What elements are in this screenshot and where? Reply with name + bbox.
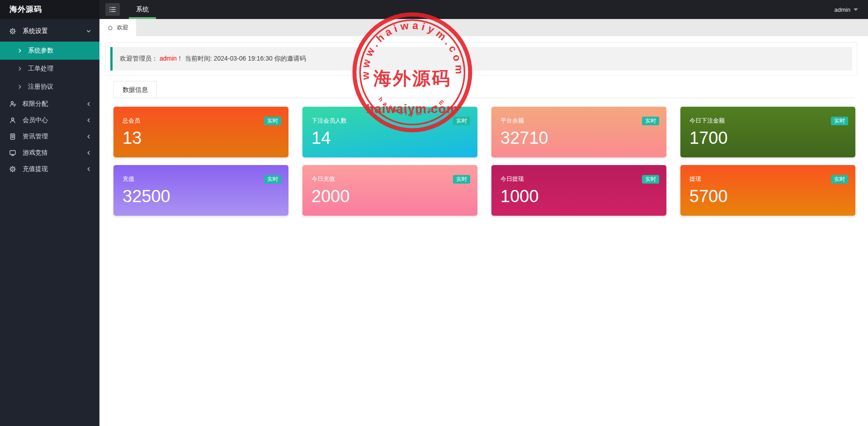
- stat-value: 1000: [500, 188, 657, 205]
- stat-label: 充值: [123, 175, 279, 183]
- content: 欢迎管理员： admin！ 当前时间: 2024-03-06 19:16:30 …: [99, 36, 868, 216]
- realtime-badge: 实时: [642, 175, 659, 184]
- welcome-suffix: ！ 当前时间: 2024-03-06 19:16:30 你的邀请码: [177, 55, 306, 62]
- chevron-left-icon: [86, 101, 91, 107]
- stat-label: 提现: [689, 175, 846, 183]
- top-nav-system[interactable]: 系统: [129, 0, 156, 19]
- stat-card-today-recharge: 今日充值 2000 实时: [302, 165, 477, 216]
- caret-down-icon: [854, 8, 858, 11]
- welcome-alert: 欢迎管理员： admin！ 当前时间: 2024-03-06 19:16:30 …: [110, 47, 852, 71]
- stat-label: 总会员: [123, 117, 279, 125]
- stat-card-withdraw: 提现 5700 实时: [680, 165, 855, 216]
- stat-label: 今日下注金额: [689, 117, 846, 125]
- chevron-left-icon: [86, 150, 91, 156]
- sidebar: 系统设置 系统参数 工单处理 注册协议 权限分配: [0, 19, 99, 426]
- sidebar-item-registration-agreement[interactable]: 注册协议: [0, 78, 99, 96]
- realtime-badge: 实时: [831, 117, 848, 125]
- monitor-icon: [9, 149, 16, 156]
- chevron-right-icon: [17, 66, 23, 71]
- sidebar-item-system-settings[interactable]: 系统设置: [0, 21, 99, 42]
- stat-card-total-members: 总会员 13 实时: [113, 107, 288, 157]
- chevron-left-icon: [86, 166, 91, 172]
- sidebar-item-label: 充值提现: [23, 165, 86, 173]
- stat-card-today-withdraw: 今日提现 1000 实时: [491, 165, 666, 216]
- stats-section: 数据信息 总会员 13 实时 下注会员人数 14 实时 平台余额 32710 实…: [113, 81, 855, 216]
- tab-data-info[interactable]: 数据信息: [113, 81, 157, 98]
- chevron-down-icon: [86, 28, 91, 34]
- stat-card-today-bet-amount: 今日下注金额 1700 实时: [680, 107, 855, 157]
- stat-value: 14: [311, 129, 468, 147]
- stats-tab-header: 数据信息: [113, 81, 855, 98]
- user-icon: [9, 117, 16, 124]
- sidebar-item-label: 注册协议: [28, 83, 91, 91]
- chevron-right-icon: [17, 48, 23, 53]
- stat-value: 32710: [500, 129, 657, 147]
- realtime-badge: 实时: [831, 175, 848, 184]
- stat-card-betting-members: 下注会员人数 14 实时: [302, 107, 477, 157]
- sidebar-item-label: 权限分配: [23, 100, 86, 108]
- sidebar-item-news-management[interactable]: 资讯管理: [0, 128, 99, 145]
- sidebar-item-label: 会员中心: [23, 116, 86, 124]
- stat-label: 今日充值: [311, 175, 468, 183]
- welcome-prefix: 欢迎管理员：: [120, 55, 158, 62]
- stat-value: 2000: [311, 188, 468, 205]
- sidebar-item-label: 资讯管理: [23, 133, 86, 141]
- sidebar-item-label: 工单处理: [28, 65, 91, 73]
- tab-welcome[interactable]: 欢迎: [99, 19, 136, 36]
- stats-cards-grid: 总会员 13 实时 下注会员人数 14 实时 平台余额 32710 实时 今日下…: [113, 107, 855, 216]
- stat-label: 平台余额: [500, 117, 657, 125]
- hamburger-icon: [109, 6, 116, 13]
- document-icon: [9, 133, 16, 140]
- top-header: 海外源码 系统 admin: [0, 0, 868, 19]
- realtime-badge: 实时: [264, 175, 281, 184]
- stat-value: 32500: [123, 188, 279, 205]
- stat-value: 1700: [689, 129, 846, 147]
- sidebar-item-recharge-withdraw[interactable]: 充值提现: [0, 161, 99, 177]
- chevron-left-icon: [86, 118, 91, 123]
- tab-welcome-label: 欢迎: [117, 24, 128, 32]
- stat-card-platform-balance: 平台余额 32710 实时: [491, 107, 666, 157]
- sidebar-item-member-center[interactable]: 会员中心: [0, 112, 99, 128]
- user-menu[interactable]: admin: [835, 6, 858, 13]
- realtime-badge: 实时: [453, 117, 470, 125]
- stat-value: 13: [123, 129, 279, 147]
- sidebar-item-label: 系统设置: [23, 27, 86, 35]
- stat-label: 下注会员人数: [311, 117, 468, 125]
- gear-small-icon: [9, 166, 16, 173]
- welcome-username: admin: [160, 55, 177, 62]
- username: admin: [835, 6, 850, 13]
- realtime-badge: 实时: [264, 117, 281, 125]
- gear-icon: [9, 28, 16, 35]
- stat-label: 今日提现: [500, 175, 657, 183]
- page-tab-bar: 欢迎: [99, 19, 868, 36]
- home-icon: [107, 24, 113, 31]
- chevron-left-icon: [86, 134, 91, 139]
- sidebar-item-permissions[interactable]: 权限分配: [0, 96, 99, 112]
- stat-value: 5700: [689, 188, 846, 205]
- realtime-badge: 实时: [642, 117, 659, 125]
- realtime-badge: 实时: [453, 175, 470, 184]
- sidebar-item-game-betting[interactable]: 游戏竞猜: [0, 145, 99, 161]
- main-area: 欢迎 欢迎管理员： admin！ 当前时间: 2024-03-06 19:16:…: [99, 19, 868, 426]
- user-permission-icon: [9, 100, 16, 108]
- sidebar-item-work-orders[interactable]: 工单处理: [0, 60, 99, 78]
- welcome-card: 欢迎管理员： admin！ 当前时间: 2024-03-06 19:16:30 …: [105, 42, 857, 76]
- stat-card-recharge: 充值 32500 实时: [113, 165, 288, 216]
- app-logo: 海外源码: [0, 0, 99, 19]
- chevron-right-icon: [17, 84, 23, 90]
- sidebar-toggle-button[interactable]: [105, 3, 120, 16]
- sidebar-item-system-params[interactable]: 系统参数: [0, 42, 99, 60]
- sidebar-item-label: 系统参数: [28, 47, 91, 55]
- sidebar-item-label: 游戏竞猜: [23, 149, 86, 157]
